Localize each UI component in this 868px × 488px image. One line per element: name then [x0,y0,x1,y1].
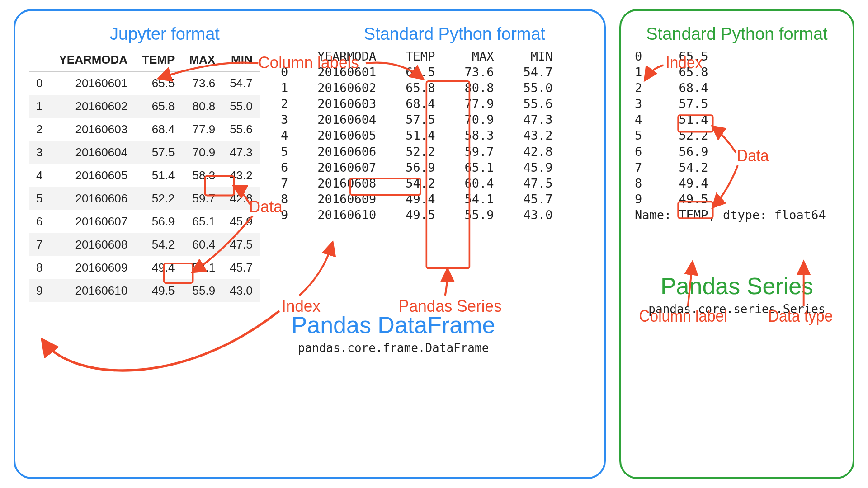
col-TEMP: TEMP [135,48,182,72]
std-python-heading-ser: Standard Python format [635,24,839,44]
table-row: 02016060165.573.654.7 [29,72,260,95]
series-classpath: pandas.core.series.Series [635,302,839,316]
table-row: 42016060551.458.343.2 [29,164,260,187]
table-row: 92016061049.555.943.0 [29,279,260,302]
table-row: 32016060457.570.947.3 [29,141,260,164]
table-row: 82016060949.454.145.7 [29,256,260,279]
table-row: 12016060265.880.855.0 [29,95,260,118]
table-row: 22016060368.477.955.6 [29,118,260,141]
series-plaintext: 0 65.5 1 65.8 2 68.4 3 57.5 4 51.4 5 52.… [635,48,839,223]
dataframe-plaintext: YEARMODA TEMP MAX MIN 0 20160601 65.5 73… [274,48,553,223]
table-row: 72016060854.260.447.5 [29,233,260,256]
jupyter-heading: Jupyter format [29,24,301,44]
dataframe-classpath: pandas.core.frame.DataFrame [196,341,590,355]
jupyter-table: YEARMODA TEMP MAX MIN 02016060165.573.65… [29,48,260,302]
series-panel: Standard Python format 0 65.5 1 65.8 2 6… [619,9,854,479]
std-python-heading-df: Standard Python format [319,24,590,44]
dataframe-panel: Jupyter format Standard Python format YE… [14,9,606,479]
col-YEARMODA: YEARMODA [52,48,135,72]
col-MAX: MAX [182,48,222,72]
table-row: 62016060756.965.145.9 [29,210,260,233]
col-MIN: MIN [222,48,260,72]
table-row: 52016060652.259.742.8 [29,187,260,210]
dataframe-title: Pandas DataFrame [196,311,590,338]
series-title: Pandas Series [635,272,839,300]
